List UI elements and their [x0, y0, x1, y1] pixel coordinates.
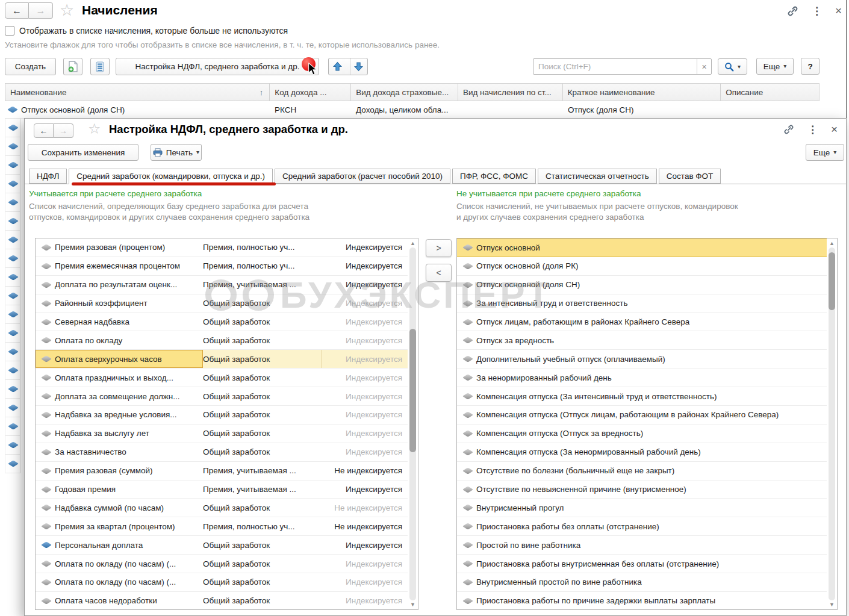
list-item[interactable]: Отпуск лицам, работающим в районах Крайн… [457, 313, 827, 332]
move-up-button[interactable] [329, 58, 346, 75]
link-icon[interactable] [783, 124, 794, 135]
list-item[interactable]: Годовая премия Премия, учитываемая ... И… [36, 481, 408, 499]
tab[interactable]: Состав ФОТ [659, 169, 721, 184]
table-row[interactable] [5, 212, 20, 231]
move-left-button[interactable]: < [426, 264, 452, 282]
more-button[interactable]: Еще ▾ [806, 144, 844, 161]
column-header-description[interactable]: Описание [721, 84, 819, 101]
list-item[interactable]: Приостановка работы без оплаты (отстране… [457, 517, 827, 536]
list-item[interactable]: Премия ежемесячная процентом Премия, пол… [36, 257, 408, 276]
column-header-income-kind[interactable]: Вид дохода страховые... [351, 84, 458, 101]
tab[interactable]: Средний заработок (расчет пособий 2010) [275, 169, 450, 184]
list-item[interactable]: Премия разовая (процентом) Премия, полно… [36, 238, 408, 257]
scroll-down-icon[interactable]: ▼ [408, 602, 418, 608]
table-row[interactable] [5, 343, 20, 361]
back-button[interactable]: ← [34, 123, 54, 138]
list-item[interactable]: Районный коэффициент Общий заработок Инд… [36, 294, 408, 313]
table-row[interactable] [5, 268, 20, 287]
link-icon[interactable] [787, 5, 798, 17]
list-item[interactable]: Отпуск за вредность [457, 331, 827, 350]
create-button[interactable]: Создать [5, 58, 56, 75]
list-item[interactable]: Простой по вине работника [457, 536, 827, 555]
list-view-button[interactable] [90, 58, 110, 75]
more-menu-icon[interactable]: ⋮ [812, 5, 822, 17]
print-button[interactable]: Печать ▾ [151, 144, 202, 161]
tab[interactable]: ПФР, ФСС, ФОМС [452, 169, 536, 184]
scroll-down-icon[interactable]: ▼ [827, 602, 837, 608]
column-header-accrual-kind[interactable]: Вид начисления по ст... [458, 84, 563, 101]
list-item[interactable]: Северная надбавка Общий заработок Индекс… [36, 313, 408, 332]
close-icon[interactable]: × [831, 123, 838, 136]
list-item[interactable]: Компенсация отпуска (За ненормированный … [457, 443, 827, 462]
table-row[interactable] [5, 287, 20, 305]
list-item[interactable]: Премия разовая (суммой) Премия, учитывае… [36, 462, 408, 481]
list-item[interactable]: Компенсация отпуска (Отпуск лицам, работ… [457, 406, 827, 425]
list-item[interactable]: Оплата по окладу Общий заработок Индекси… [36, 331, 408, 350]
more-button[interactable]: Еще ▾ [756, 58, 794, 75]
table-row[interactable] [5, 380, 20, 399]
table-row[interactable] [5, 231, 20, 249]
show-unused-checkbox[interactable] [5, 26, 14, 36]
close-icon[interactable]: × [835, 4, 842, 17]
list-item[interactable]: Надбавка за вредные условия... Общий зар… [36, 406, 408, 425]
list-item[interactable]: Оплата праздничных и выход... Общий зара… [36, 369, 408, 387]
vertical-scrollbar[interactable]: ▲ ▼ [827, 238, 837, 609]
list-item[interactable]: Надбавка за выслугу лет Общий заработок … [36, 425, 408, 443]
list-item[interactable]: Доплата по результатам оценк... Премия, … [36, 276, 408, 294]
scrollbar-thumb[interactable] [409, 329, 416, 452]
search-button[interactable]: ▾ [718, 58, 747, 75]
table-row[interactable] [5, 175, 20, 193]
list-item[interactable]: Оплата часов недоработки Общий заработок… [36, 592, 408, 609]
table-row[interactable] [5, 455, 20, 473]
move-down-button[interactable] [350, 58, 367, 75]
list-item[interactable]: Внутрисменный простой по вине работника [457, 573, 827, 592]
save-changes-button[interactable]: Сохранить изменения [28, 144, 138, 161]
list-item[interactable]: Персональная доплата Общий заработок Инд… [36, 536, 408, 555]
list-item[interactable]: Оплата по окладу (по часам) (... Общий з… [36, 555, 408, 573]
create-group-button[interactable] [63, 58, 82, 75]
table-row[interactable] [5, 156, 20, 175]
list-item[interactable]: Отсутствие по невыясненной причине (внут… [457, 481, 827, 499]
scroll-up-icon[interactable]: ▲ [827, 240, 837, 246]
tab[interactable]: НДФЛ [29, 169, 67, 184]
list-item[interactable]: Дополнительный учебный отпуск (оплачивае… [457, 350, 827, 369]
ndfl-settings-button[interactable]: Настройка НДФЛ, среднего заработка и др. [116, 58, 319, 75]
list-item[interactable]: Надбавка суммой (по часам) Общий заработ… [36, 499, 408, 517]
list-item[interactable]: Оплата по окладу (по часам) (... Общий з… [36, 573, 408, 592]
list-item[interactable]: Доплата за совмещение должн... Общий зар… [36, 387, 408, 406]
column-header-short-name[interactable]: Краткое наименование [563, 84, 721, 101]
list-item[interactable]: Отсутствие по болезни (больничный еще не… [457, 462, 827, 481]
favorite-star-icon[interactable]: ☆ [60, 1, 74, 20]
more-menu-icon[interactable]: ⋮ [807, 123, 818, 136]
table-row[interactable] [5, 249, 20, 268]
list-item[interactable]: Компенсация отпуска (Отпуск за вредность… [457, 425, 827, 443]
list-item[interactable]: За интенсивный труд и ответственность [457, 294, 827, 313]
forward-button[interactable]: → [29, 2, 53, 19]
table-row[interactable] [5, 436, 20, 455]
list-item[interactable]: Компенсация отпуска (За интенсивный труд… [457, 387, 827, 406]
table-row[interactable]: Отпуск основной (доля СН) РКСН Доходы, ц… [5, 101, 819, 119]
table-row[interactable] [5, 137, 20, 156]
list-item[interactable]: Оплата сверхурочных часов Общий заработо… [36, 350, 408, 369]
list-item[interactable]: Внутрисменный прогул [457, 499, 827, 517]
help-button[interactable]: ? [801, 58, 819, 75]
scroll-up-icon[interactable]: ▲ [408, 240, 418, 246]
table-row[interactable] [5, 417, 20, 436]
list-item[interactable]: Отпуск основной [457, 238, 827, 257]
list-item[interactable]: Отпуск основной (доля СН) [457, 276, 827, 294]
column-header-name[interactable]: Наименование ↑ [5, 84, 270, 101]
column-header-income-code[interactable]: Код дохода ... [270, 84, 351, 101]
search-clear-icon[interactable]: × [697, 59, 711, 74]
scrollbar-thumb[interactable] [829, 252, 835, 310]
forward-button[interactable]: → [54, 123, 73, 138]
table-row[interactable] [5, 305, 20, 324]
table-row[interactable] [5, 193, 20, 212]
move-right-button[interactable]: > [426, 239, 452, 257]
list-item[interactable]: Приостановка работы по причине задержки … [457, 592, 827, 609]
search-input[interactable] [533, 62, 697, 71]
table-row[interactable] [5, 399, 20, 417]
list-item[interactable]: За наставничество Общий заработок Индекс… [36, 443, 408, 462]
tab[interactable]: Статистическая отчетность [538, 169, 657, 184]
list-item[interactable]: Премия за квартал (процентом) Премия, по… [36, 517, 408, 536]
scrollbar-track[interactable] [409, 247, 416, 600]
